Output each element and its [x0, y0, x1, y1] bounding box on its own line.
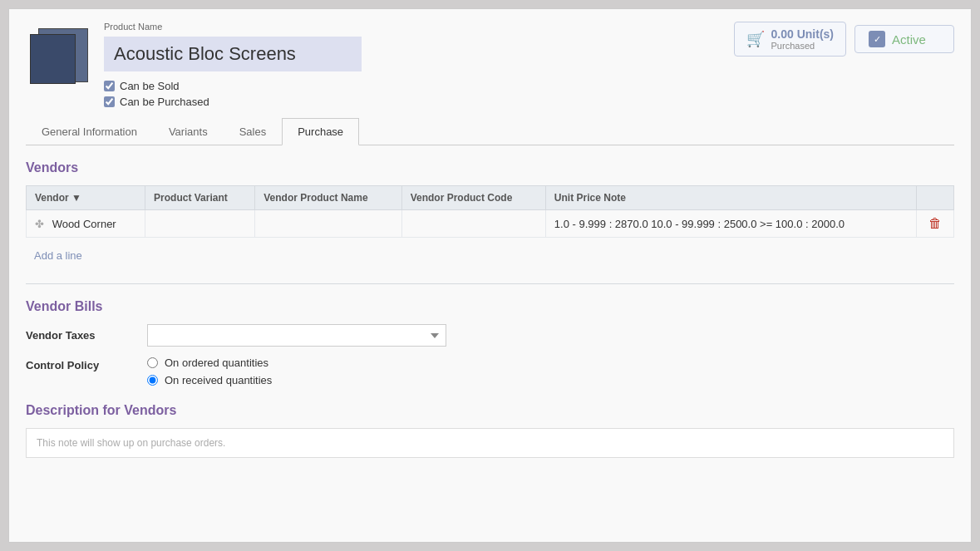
tab-purchase[interactable]: Purchase: [282, 118, 359, 145]
vendors-title: Vendors: [26, 160, 954, 175]
product-info: Product Name Can be Sold Can be Purchase…: [104, 22, 362, 108]
stat-info: 0.00 Unit(s) Purchased: [771, 27, 834, 51]
product-name-input[interactable]: [104, 37, 362, 71]
vendors-table: Vendor ▼ Product Variant Vendor Product …: [26, 185, 954, 238]
drag-handle-icon[interactable]: ✤: [35, 218, 44, 230]
vendor-product-code-cell: [401, 210, 545, 238]
description-note[interactable]: This note will show up on purchase order…: [26, 428, 954, 458]
can-be-sold-label: Can be Sold: [120, 80, 180, 92]
vendor-product-name-col-header: Vendor Product Name: [255, 186, 401, 210]
vendor-taxes-row: Vendor Taxes: [26, 324, 954, 347]
header-right: 🛒 0.00 Unit(s) Purchased ✓ Active: [734, 22, 954, 57]
delete-row-button[interactable]: 🗑: [925, 216, 945, 231]
vendor-product-name-cell: [255, 210, 401, 238]
stat-value: 0.00 Unit(s): [771, 27, 834, 41]
product-variant-cell: [145, 210, 255, 238]
description-title: Description for Vendors: [26, 403, 954, 418]
main-container: Product Name Can be Sold Can be Purchase…: [8, 8, 972, 543]
add-line-link[interactable]: Add a line: [26, 244, 91, 267]
stat-label: Purchased: [771, 41, 834, 51]
active-label: Active: [892, 32, 926, 47]
unit-price-note-col-header: Unit Price Note: [545, 186, 916, 210]
on-ordered-radio[interactable]: [147, 357, 158, 368]
tab-general-information[interactable]: General Information: [26, 118, 153, 145]
vendor-bills-section: Vendor Bills Vendor Taxes Control Policy…: [26, 299, 954, 386]
can-be-sold-checkbox[interactable]: Can be Sold: [104, 80, 362, 92]
tabs: General Information Variants Sales Purch…: [26, 118, 954, 145]
delete-cell: 🗑: [917, 210, 954, 238]
on-received-radio[interactable]: [147, 375, 158, 386]
vendor-taxes-label: Vendor Taxes: [26, 329, 134, 342]
tab-sales[interactable]: Sales: [224, 118, 283, 145]
header: Product Name Can be Sold Can be Purchase…: [26, 22, 954, 108]
vendor-product-code-col-header: Vendor Product Code: [401, 186, 545, 210]
unit-price-note-cell: 1.0 - 9.999 : 2870.0 10.0 - 99.999 : 250…: [545, 210, 916, 238]
vendor-taxes-select[interactable]: [147, 324, 446, 347]
cart-icon: 🛒: [746, 30, 765, 48]
vendor-col-header[interactable]: Vendor ▼: [27, 186, 145, 210]
checkboxes: Can be Sold Can be Purchased: [104, 80, 362, 108]
tab-variants[interactable]: Variants: [153, 118, 224, 145]
active-icon: ✓: [869, 31, 885, 47]
on-received-radio-label[interactable]: On received quantities: [147, 374, 272, 386]
table-row: ✤ Wood Corner 1.0 - 9.999 : 2870.0 10.0 …: [27, 210, 954, 238]
product-image-front: [30, 34, 76, 84]
on-ordered-radio-label[interactable]: On ordered quantities: [147, 357, 272, 369]
on-ordered-label: On ordered quantities: [165, 357, 268, 369]
control-policy-row: Control Policy On ordered quantities On …: [26, 357, 954, 386]
on-received-label: On received quantities: [165, 374, 272, 386]
product-variant-col-header: Product Variant: [145, 186, 255, 210]
control-policy-radio-group: On ordered quantities On received quanti…: [147, 357, 272, 386]
vendor-bills-title: Vendor Bills: [26, 299, 954, 314]
can-be-purchased-checkbox[interactable]: Can be Purchased: [104, 96, 362, 108]
control-policy-label: Control Policy: [26, 357, 134, 371]
description-section: Description for Vendors This note will s…: [26, 403, 954, 458]
active-button[interactable]: ✓ Active: [854, 25, 954, 53]
product-name-label: Product Name: [104, 22, 362, 32]
product-image: [26, 22, 92, 88]
vendors-section: Vendors Vendor ▼ Product Variant Vendor …: [26, 160, 954, 267]
section-divider: [26, 283, 954, 284]
vendor-cell: ✤ Wood Corner: [27, 210, 145, 238]
actions-col-header: [917, 186, 954, 210]
header-left: Product Name Can be Sold Can be Purchase…: [26, 22, 362, 108]
purchased-stat-button[interactable]: 🛒 0.00 Unit(s) Purchased: [734, 22, 846, 57]
can-be-purchased-label: Can be Purchased: [120, 96, 209, 108]
